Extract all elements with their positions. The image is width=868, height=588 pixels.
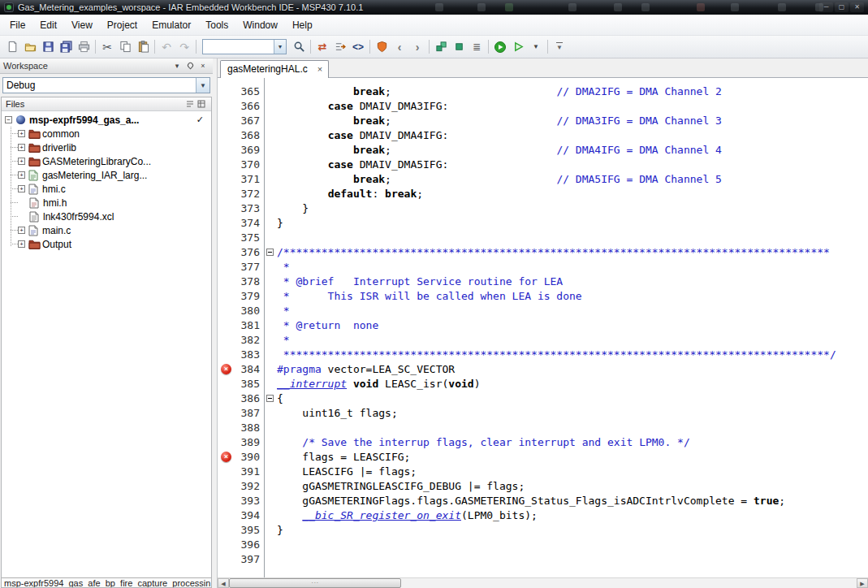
files-column-header[interactable]: Files	[2, 97, 211, 111]
gutter-margin[interactable]	[218, 84, 237, 99]
fold-margin[interactable]	[265, 362, 277, 377]
expander-plus-icon[interactable]: +	[18, 144, 25, 151]
compile-button[interactable]	[450, 38, 468, 56]
gutter-margin[interactable]	[218, 421, 237, 435]
fold-margin[interactable]	[265, 158, 277, 172]
gutter-margin[interactable]	[218, 172, 237, 187]
gutter-margin[interactable]	[218, 465, 237, 479]
fold-margin[interactable]	[265, 391, 277, 406]
fold-margin[interactable]	[265, 508, 277, 523]
tree-item-msp-expfr5994-gas-a[interactable]: −msp-expfr5994_gas_a...✓	[2, 113, 211, 127]
fold-margin[interactable]	[265, 187, 277, 201]
scrollbar-thumb[interactable]: ∙∙∙	[229, 578, 401, 588]
gutter-margin[interactable]	[218, 508, 237, 523]
scroll-right-icon[interactable]: ▶	[857, 578, 868, 588]
collapse-all-icon[interactable]	[184, 100, 196, 108]
fold-margin[interactable]	[265, 304, 277, 318]
gutter-margin[interactable]	[218, 143, 237, 158]
panel-close-button[interactable]: ×	[196, 60, 209, 71]
gutter-margin[interactable]	[218, 216, 237, 231]
gutter-margin[interactable]	[218, 552, 237, 567]
expander-plus-icon[interactable]: +	[18, 158, 25, 165]
search-button[interactable]	[290, 38, 308, 56]
gutter-margin[interactable]	[218, 377, 237, 391]
gutter-margin[interactable]	[218, 348, 237, 362]
scroll-left-icon[interactable]: ◀	[218, 578, 229, 588]
fold-margin[interactable]	[265, 318, 277, 333]
config-selector[interactable]: Debug ▼	[2, 77, 210, 93]
tree-item-gasmetering-iar-larg[interactable]: +gasMetering_IAR_larg...	[2, 168, 211, 182]
gutter-margin[interactable]	[218, 479, 237, 494]
debug-dropdown-button[interactable]: ▼	[527, 38, 545, 56]
title-bar[interactable]: Gas_Metering_examples_worspace - IAR Emb…	[0, 0, 868, 15]
fold-margin[interactable]	[265, 348, 277, 362]
menu-item-project[interactable]: Project	[100, 16, 145, 34]
expander-plus-icon[interactable]: +	[18, 227, 25, 234]
tree-item-output[interactable]: +Output	[2, 237, 211, 251]
fold-margin[interactable]	[265, 78, 277, 84]
menu-item-edit[interactable]: Edit	[32, 16, 64, 34]
gutter-margin[interactable]	[218, 201, 237, 216]
expander-plus-icon[interactable]: +	[18, 240, 25, 248]
gutter-margin[interactable]	[218, 304, 237, 318]
fold-margin[interactable]	[265, 333, 277, 348]
gutter-margin[interactable]	[218, 333, 237, 348]
menu-item-help[interactable]: Help	[285, 16, 320, 34]
fold-margin[interactable]	[265, 128, 277, 143]
chevron-down-icon[interactable]: ▼	[196, 78, 209, 93]
gutter-margin[interactable]	[218, 538, 237, 552]
nav-forward-button[interactable]: ›	[408, 38, 426, 56]
gutter-margin[interactable]	[218, 78, 237, 84]
trace-arrows-button[interactable]: ⇄	[313, 38, 331, 56]
gutter-margin[interactable]: ×	[218, 362, 237, 377]
gutter-margin[interactable]	[218, 275, 237, 289]
expander-plus-icon[interactable]: +	[18, 185, 25, 192]
menu-item-tools[interactable]: Tools	[198, 16, 235, 34]
gutter-margin[interactable]	[218, 260, 237, 275]
expander-plus-icon[interactable]: +	[18, 130, 25, 137]
gutter-margin[interactable]	[218, 245, 237, 260]
fold-margin[interactable]	[265, 260, 277, 275]
new-file-button[interactable]	[3, 38, 21, 56]
tree-item-driverlib[interactable]: +driverlib	[2, 141, 211, 154]
save-all-button[interactable]	[57, 38, 75, 56]
save-button[interactable]	[39, 38, 57, 56]
fold-margin[interactable]	[265, 245, 277, 260]
open-file-button[interactable]	[21, 38, 39, 56]
combo-dropdown-icon[interactable]: ▼	[274, 40, 286, 54]
fold-margin[interactable]	[265, 216, 277, 231]
paste-button[interactable]	[134, 38, 152, 56]
gutter-margin[interactable]	[218, 318, 237, 333]
fold-margin[interactable]	[265, 538, 277, 552]
tree-item-main-c[interactable]: +main.c	[2, 223, 211, 237]
toolbar-overflow-button[interactable]: ▼	[551, 38, 568, 56]
menu-item-file[interactable]: File	[2, 16, 32, 34]
fold-margin[interactable]	[265, 172, 277, 187]
fold-collapse-icon[interactable]	[266, 395, 274, 402]
bookmark-shield-button[interactable]	[373, 38, 391, 56]
gutter-margin[interactable]	[218, 567, 237, 577]
editor-tab-gasmeteringhal[interactable]: gasMeteringHAL.c ×	[220, 60, 329, 78]
fold-margin[interactable]	[265, 523, 277, 538]
fold-margin[interactable]	[265, 275, 277, 289]
quick-search-combo[interactable]: ▼	[202, 39, 287, 54]
gutter-margin[interactable]	[218, 523, 237, 538]
download-debug-button[interactable]	[491, 38, 509, 56]
gutter-margin[interactable]	[218, 187, 237, 201]
fold-margin[interactable]	[265, 494, 277, 508]
fold-margin[interactable]	[265, 84, 277, 99]
fold-margin[interactable]	[265, 231, 277, 245]
print-button[interactable]	[75, 38, 93, 56]
fold-margin[interactable]	[265, 421, 277, 435]
batch-build-button[interactable]: ≣	[468, 38, 486, 56]
gutter-margin[interactable]: ×	[218, 450, 237, 465]
fold-margin[interactable]	[265, 201, 277, 216]
expander-plus-icon[interactable]: +	[18, 171, 25, 179]
fold-margin[interactable]	[265, 114, 277, 128]
tab-close-icon[interactable]: ×	[317, 65, 322, 74]
tree-item-common[interactable]: +common	[2, 127, 211, 141]
fold-margin[interactable]	[265, 406, 277, 421]
goto-definition-button[interactable]	[331, 38, 349, 56]
scrollbar-track[interactable]	[401, 578, 857, 588]
copy-button[interactable]	[116, 38, 134, 56]
